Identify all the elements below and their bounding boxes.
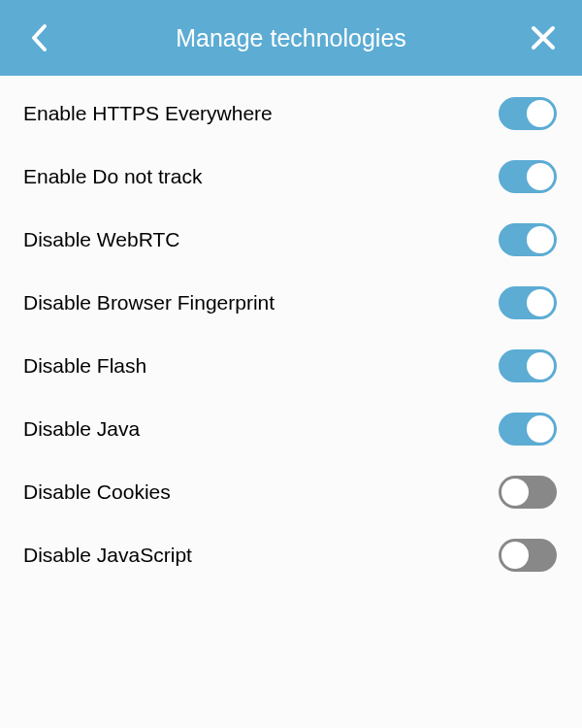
toggle-knob (527, 352, 554, 380)
toggle-webrtc[interactable] (499, 223, 557, 256)
setting-row-fingerprint: Disable Browser Fingerprint (0, 271, 582, 334)
toggle-knob (527, 415, 554, 443)
setting-row-webrtc: Disable WebRTC (0, 208, 582, 271)
setting-label: Disable Flash (23, 354, 146, 378)
toggle-knob (527, 163, 554, 190)
setting-label: Enable HTTPS Everywhere (23, 102, 273, 125)
page-title: Manage technologies (58, 24, 524, 52)
toggle-flash[interactable] (499, 349, 557, 382)
toggle-javascript[interactable] (499, 539, 557, 572)
toggle-knob (527, 289, 554, 316)
toggle-https-everywhere[interactable] (499, 97, 557, 130)
toggle-knob (501, 479, 529, 506)
header: Manage technologies (0, 0, 582, 76)
setting-row-javascript: Disable JavaScript (0, 523, 582, 586)
toggle-fingerprint[interactable] (499, 286, 557, 319)
setting-label: Disable Cookies (23, 480, 171, 504)
setting-label: Enable Do not track (23, 165, 202, 188)
setting-label: Disable JavaScript (23, 544, 192, 567)
settings-list: Enable HTTPS Everywhere Enable Do not tr… (0, 76, 582, 592)
setting-label: Disable Java (23, 417, 140, 441)
toggle-java[interactable] (499, 413, 557, 446)
close-icon (531, 25, 556, 50)
setting-row-https-everywhere: Enable HTTPS Everywhere (0, 82, 582, 145)
setting-row-cookies: Disable Cookies (0, 460, 582, 523)
chevron-left-icon (30, 23, 48, 52)
setting-row-java: Disable Java (0, 397, 582, 460)
setting-label: Disable WebRTC (23, 228, 179, 251)
close-button[interactable] (524, 18, 563, 57)
toggle-do-not-track[interactable] (499, 160, 557, 193)
toggle-knob (527, 100, 554, 127)
setting-row-flash: Disable Flash (0, 334, 582, 397)
toggle-knob (527, 226, 554, 253)
toggle-knob (501, 542, 529, 569)
setting-label: Disable Browser Fingerprint (23, 291, 275, 314)
toggle-cookies[interactable] (499, 476, 557, 509)
back-button[interactable] (19, 18, 58, 57)
setting-row-do-not-track: Enable Do not track (0, 145, 582, 208)
